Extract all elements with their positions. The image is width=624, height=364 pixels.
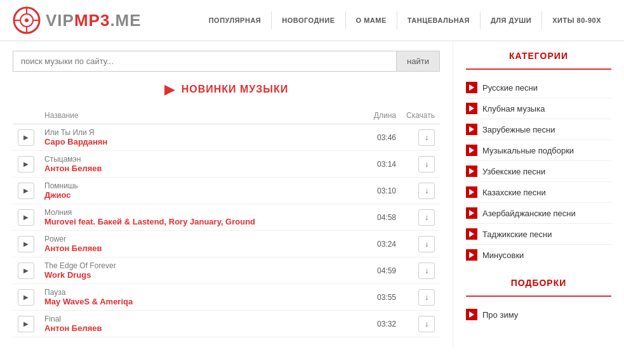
track-artist[interactable]: May WaveS & Ameriqa bbox=[44, 297, 358, 306]
podborki-title: ПОДБОРКИ bbox=[466, 278, 611, 288]
nav-soul[interactable]: ДЛЯ ДУШИ bbox=[481, 11, 542, 29]
sidebar-category-item[interactable]: Азербайджанские песни bbox=[466, 203, 611, 224]
play-circle-icon: ▶ bbox=[164, 81, 175, 98]
download-button[interactable]: ↓ bbox=[418, 183, 435, 199]
sidebar-category-label: Узбекские песни bbox=[482, 167, 545, 176]
podborki-divider bbox=[466, 296, 611, 297]
track-artist[interactable]: Work Drugs bbox=[44, 270, 358, 280]
play-button[interactable]: ▶ bbox=[18, 236, 34, 252]
categories-list: Русские песниКлубная музыкаЗарубежные пе… bbox=[466, 77, 611, 265]
sidebar-category-item[interactable]: Минусовки bbox=[466, 245, 611, 265]
table-header-row: Название Длина Скачать bbox=[13, 107, 440, 124]
logo-icon bbox=[13, 6, 41, 34]
track-duration: 04:59 bbox=[377, 266, 396, 275]
track-duration: 03:24 bbox=[377, 240, 396, 249]
header: VIPMP3.ME ПОПУЛЯРНАЯ НОВОГОДНИЕ О МАМЕ Т… bbox=[0, 0, 624, 41]
col-download-header: Скачать bbox=[401, 107, 440, 124]
svg-point-2 bbox=[25, 18, 29, 22]
sidebar-category-label: Азербайджанские песни bbox=[482, 209, 576, 218]
sidebar-category-label: Минусовки bbox=[482, 250, 524, 260]
sidebar-category-label: Музыкальные подборки bbox=[482, 146, 574, 155]
play-button[interactable]: ▶ bbox=[18, 289, 34, 306]
play-button[interactable]: ▶ bbox=[18, 209, 34, 226]
main-nav: ПОПУЛЯРНАЯ НОВОГОДНИЕ О МАМЕ ТАНЦЕВАЛЬНА… bbox=[199, 11, 611, 29]
play-button[interactable]: ▶ bbox=[18, 316, 34, 332]
track-title: The Edge Of Forever bbox=[44, 261, 358, 270]
sidebar-category-label: Казахские песни bbox=[482, 188, 546, 197]
nav-dance[interactable]: ТАНЦЕВАЛЬНАЯ bbox=[397, 11, 481, 29]
track-title: Пауза bbox=[44, 288, 358, 297]
table-row: ▶ Final Антон Беляев 03:32 ↓ bbox=[13, 311, 440, 337]
track-artist[interactable]: Саро Варданян bbox=[44, 137, 358, 146]
track-title: Стыцамэн bbox=[44, 155, 358, 164]
new-music-label: НОВИНКИ МУЗЫКИ bbox=[182, 84, 289, 95]
track-title: Молния bbox=[44, 208, 358, 217]
track-artist[interactable]: Антон Беляев bbox=[44, 244, 358, 253]
sidebar-category-item[interactable]: Таджикские песни bbox=[466, 224, 611, 245]
download-button[interactable]: ↓ bbox=[418, 263, 435, 279]
nav-hits[interactable]: ХИТЫ 80-90Х bbox=[542, 11, 611, 29]
play-button[interactable]: ▶ bbox=[18, 183, 34, 199]
categories-title: КАТЕГОРИИ bbox=[466, 51, 611, 61]
col-play-header bbox=[13, 107, 39, 124]
sidebar-category-item[interactable]: Зарубежные песни bbox=[466, 119, 611, 140]
table-row: ▶ Пауза May WaveS & Ameriqa 03:55 ↓ bbox=[13, 284, 440, 311]
sidebar-category-label: Русские песни bbox=[482, 83, 538, 93]
download-button[interactable]: ↓ bbox=[418, 156, 435, 172]
download-button[interactable]: ↓ bbox=[418, 289, 435, 306]
track-artist[interactable]: Антон Беляев bbox=[44, 323, 358, 333]
sidebar: КАТЕГОРИИ Русские песниКлубная музыкаЗар… bbox=[453, 41, 624, 347]
sidebar-arrow-icon bbox=[466, 166, 477, 177]
sidebar-category-label: Клубная музыка bbox=[482, 104, 545, 114]
table-row: ▶ The Edge Of Forever Work Drugs 04:59 ↓ bbox=[13, 257, 440, 284]
sidebar-arrow-icon bbox=[466, 186, 477, 198]
play-button[interactable]: ▶ bbox=[18, 129, 34, 146]
search-button[interactable]: найти bbox=[397, 51, 440, 72]
sidebar-podborki-item[interactable]: Про зиму bbox=[466, 304, 611, 325]
track-duration: 03:32 bbox=[377, 320, 396, 328]
play-button[interactable]: ▶ bbox=[18, 156, 34, 172]
sidebar-arrow-icon bbox=[466, 82, 477, 93]
table-row: ▶ Помнишь Джиос 03:10 ↓ bbox=[13, 178, 440, 204]
track-duration: 04:58 bbox=[377, 213, 396, 222]
table-row: ▶ Power Антон Беляев 03:24 ↓ bbox=[13, 231, 440, 257]
sidebar-category-item[interactable]: Музыкальные подборки bbox=[466, 140, 611, 161]
main-container: найти ▶ НОВИНКИ МУЗЫКИ Название Длина Ск… bbox=[0, 41, 624, 347]
download-button[interactable]: ↓ bbox=[418, 129, 435, 146]
sidebar-category-item[interactable]: Русские песни bbox=[466, 77, 611, 98]
sidebar-arrow-icon bbox=[466, 228, 477, 240]
search-bar: найти bbox=[13, 51, 440, 72]
logo-text: VIPMP3.ME bbox=[46, 11, 142, 30]
download-button[interactable]: ↓ bbox=[418, 209, 435, 226]
sidebar-category-item[interactable]: Казахские песни bbox=[466, 182, 611, 203]
sidebar-category-label: Таджикские песни bbox=[482, 230, 552, 239]
sidebar-podborki-label: Про зиму bbox=[482, 310, 518, 320]
sidebar-category-item[interactable]: Клубная музыка bbox=[466, 98, 611, 119]
logo: VIPMP3.ME bbox=[13, 6, 142, 34]
track-artist[interactable]: Murovei feat. Бакей & Lastend, Rory Janu… bbox=[44, 217, 358, 226]
track-title: Power bbox=[44, 235, 358, 244]
track-duration: 03:14 bbox=[377, 160, 396, 169]
col-name-header: Название bbox=[39, 107, 363, 124]
podborki-section: ПОДБОРКИ Про зиму bbox=[466, 278, 611, 325]
podborki-list: Про зиму bbox=[466, 304, 611, 325]
download-button[interactable]: ↓ bbox=[418, 316, 435, 332]
search-input[interactable] bbox=[13, 51, 397, 72]
download-button[interactable]: ↓ bbox=[418, 236, 435, 252]
new-music-section-title: ▶ НОВИНКИ МУЗЫКИ bbox=[13, 81, 440, 98]
sidebar-arrow-icon bbox=[466, 145, 477, 156]
table-row: ▶ Стыцамэн Антон Беляев 03:14 ↓ bbox=[13, 151, 440, 178]
nav-popular[interactable]: ПОПУЛЯРНАЯ bbox=[199, 11, 272, 29]
track-artist[interactable]: Антон Беляев bbox=[44, 164, 358, 173]
sidebar-arrow-icon bbox=[466, 103, 477, 114]
col-duration-header: Длина bbox=[363, 107, 401, 124]
nav-newyear[interactable]: НОВОГОДНИЕ bbox=[272, 11, 345, 29]
play-button[interactable]: ▶ bbox=[18, 263, 34, 279]
track-artist[interactable]: Джиос bbox=[44, 190, 358, 200]
track-title: Помнишь bbox=[44, 181, 358, 190]
sidebar-arrow-icon bbox=[466, 124, 477, 135]
sidebar-category-item[interactable]: Узбекские песни bbox=[466, 161, 611, 182]
nav-mama[interactable]: О МАМЕ bbox=[346, 11, 397, 29]
sidebar-category-label: Зарубежные песни bbox=[482, 125, 555, 134]
track-duration: 03:46 bbox=[377, 133, 396, 142]
